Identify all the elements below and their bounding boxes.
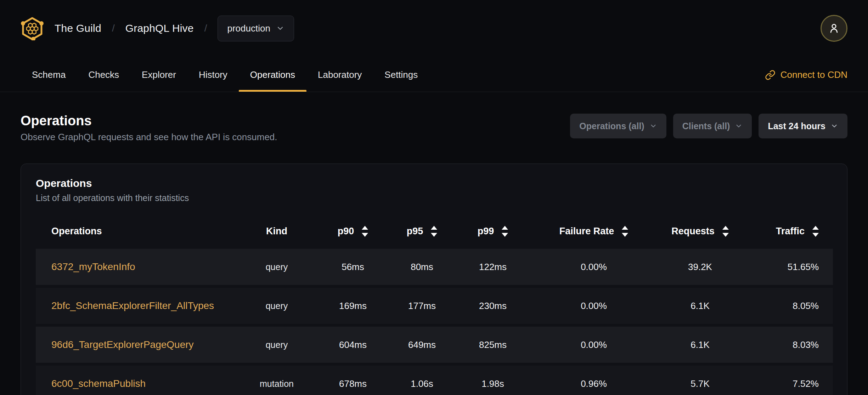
tab-schema[interactable]: Schema: [21, 50, 77, 92]
column-header-requests[interactable]: Requests: [659, 216, 741, 246]
top-bar: The Guild / GraphQL Hive / production: [0, 0, 868, 50]
operation-cell: 96d6_TargetExplorerPageQuery: [36, 327, 234, 363]
p95-cell: 177ms: [387, 288, 457, 324]
p90-cell: 678ms: [319, 366, 387, 395]
kind-cell: query: [234, 249, 319, 285]
page-head: Operations Observe GraphQL requests and …: [21, 113, 847, 143]
p90-cell: 604ms: [319, 327, 387, 363]
filters: Operations (all) Clients (all) Last 24 h…: [570, 114, 847, 138]
kind-cell: mutation: [234, 366, 319, 395]
tab-settings[interactable]: Settings: [373, 50, 429, 92]
tab-explorer[interactable]: Explorer: [130, 50, 187, 92]
kind-cell: query: [234, 288, 319, 324]
operations-filter-label: Operations (all): [579, 121, 644, 131]
column-header-p99[interactable]: p99: [457, 216, 528, 246]
p95-cell: 1.06s: [387, 366, 457, 395]
table-header-row: OperationsKindp90p95p99Failure RateReque…: [36, 216, 833, 246]
failure_rate-cell: 0.00%: [528, 327, 659, 363]
operations-filter-button[interactable]: Operations (all): [570, 114, 666, 138]
tab-operations[interactable]: Operations: [239, 50, 306, 92]
tab-checks[interactable]: Checks: [77, 50, 130, 92]
operation-cell: 6c00_schemaPublish: [36, 366, 234, 395]
table-row: 6c00_schemaPublishmutation678ms1.06s1.98…: [36, 366, 833, 395]
column-header-name: Operations: [36, 216, 234, 246]
column-label-p99: p99: [478, 226, 494, 237]
operation-link[interactable]: 6c00_schemaPublish: [51, 378, 146, 389]
connect-cdn-label: Connect to CDN: [780, 69, 847, 80]
operation-link[interactable]: 96d6_TargetExplorerPageQuery: [51, 339, 194, 350]
operation-link[interactable]: 6372_myTokenInfo: [51, 261, 135, 272]
sort-arrows-icon[interactable]: [812, 226, 819, 237]
user-icon: [827, 22, 841, 35]
table-body: 6372_myTokenInfoquery56ms80ms122ms0.00%3…: [36, 249, 833, 395]
link-icon: [765, 70, 776, 80]
column-label-traffic: Traffic: [776, 226, 805, 237]
requests-cell: 5.7K: [659, 366, 741, 395]
breadcrumb: The Guild / GraphQL Hive / production: [21, 16, 294, 41]
connect-cdn-link[interactable]: Connect to CDN: [765, 50, 847, 92]
tab-history[interactable]: History: [187, 50, 239, 92]
target-selector[interactable]: production: [218, 16, 294, 41]
traffic-cell: 8.05%: [741, 288, 833, 324]
p95-cell: 649ms: [387, 327, 457, 363]
requests-cell: 39.2K: [659, 249, 741, 285]
column-label-kind: Kind: [266, 226, 287, 237]
failure_rate-cell: 0.00%: [528, 249, 659, 285]
card-subtitle: List of all operations with their statis…: [36, 192, 832, 204]
column-header-traffic[interactable]: Traffic: [741, 216, 833, 246]
page-title: Operations: [21, 113, 277, 128]
column-header-kind: Kind: [234, 216, 319, 246]
period-filter-button[interactable]: Last 24 hours: [759, 114, 847, 138]
requests-cell: 6.1K: [659, 288, 741, 324]
column-header-p90[interactable]: p90: [319, 216, 387, 246]
table-row: 2bfc_SchemaExplorerFilter_AllTypesquery1…: [36, 288, 833, 324]
kind-cell: query: [234, 327, 319, 363]
table-row: 6372_myTokenInfoquery56ms80ms122ms0.00%3…: [36, 249, 833, 285]
user-menu-button[interactable]: [821, 15, 847, 42]
traffic-cell: 7.52%: [741, 366, 833, 395]
chevron-down-icon: [276, 24, 284, 33]
period-filter-label: Last 24 hours: [768, 121, 825, 131]
sort-arrows-icon[interactable]: [431, 226, 437, 237]
clients-filter-label: Clients (all): [682, 121, 730, 131]
card-title: Operations: [36, 177, 832, 190]
p99-cell: 825ms: [457, 327, 528, 363]
sort-arrows-icon[interactable]: [362, 226, 368, 237]
failure_rate-cell: 0.96%: [528, 366, 659, 395]
table-row: 96d6_TargetExplorerPageQueryquery604ms64…: [36, 327, 833, 363]
p95-cell: 80ms: [387, 249, 457, 285]
breadcrumb-separator: /: [112, 23, 115, 34]
failure_rate-cell: 0.00%: [528, 288, 659, 324]
column-header-failure_rate[interactable]: Failure Rate: [528, 216, 659, 246]
operations-card: Operations List of all operations with t…: [21, 164, 847, 395]
p90-cell: 169ms: [319, 288, 387, 324]
chevron-down-icon: [830, 122, 838, 130]
column-label-failure_rate: Failure Rate: [559, 226, 614, 237]
nav-tabs: SchemaChecksExplorerHistoryOperationsLab…: [21, 50, 429, 92]
hive-logo-icon[interactable]: [21, 16, 44, 40]
sort-arrows-icon[interactable]: [722, 226, 729, 237]
column-label-p95: p95: [407, 226, 423, 237]
breadcrumb-separator: /: [204, 23, 207, 34]
p99-cell: 1.98s: [457, 366, 528, 395]
p99-cell: 230ms: [457, 288, 528, 324]
operation-cell: 6372_myTokenInfo: [36, 249, 234, 285]
sort-arrows-icon[interactable]: [502, 226, 508, 237]
p90-cell: 56ms: [319, 249, 387, 285]
tab-laboratory[interactable]: Laboratory: [306, 50, 373, 92]
operation-cell: 2bfc_SchemaExplorerFilter_AllTypes: [36, 288, 234, 324]
breadcrumb-project[interactable]: GraphQL Hive: [125, 22, 194, 34]
column-label-name: Operations: [51, 226, 102, 237]
sort-arrows-icon[interactable]: [622, 226, 628, 237]
nav-bar: SchemaChecksExplorerHistoryOperationsLab…: [0, 50, 868, 92]
column-label-requests: Requests: [671, 226, 715, 237]
operation-link[interactable]: 2bfc_SchemaExplorerFilter_AllTypes: [51, 300, 214, 311]
clients-filter-button[interactable]: Clients (all): [673, 114, 752, 138]
page-head-text: Operations Observe GraphQL requests and …: [21, 113, 277, 143]
breadcrumb-org[interactable]: The Guild: [55, 22, 101, 34]
operations-table: OperationsKindp90p95p99Failure RateReque…: [36, 213, 833, 395]
column-header-p95[interactable]: p95: [387, 216, 457, 246]
target-selector-value: production: [227, 23, 270, 34]
column-label-p90: p90: [338, 226, 354, 237]
traffic-cell: 51.65%: [741, 249, 833, 285]
